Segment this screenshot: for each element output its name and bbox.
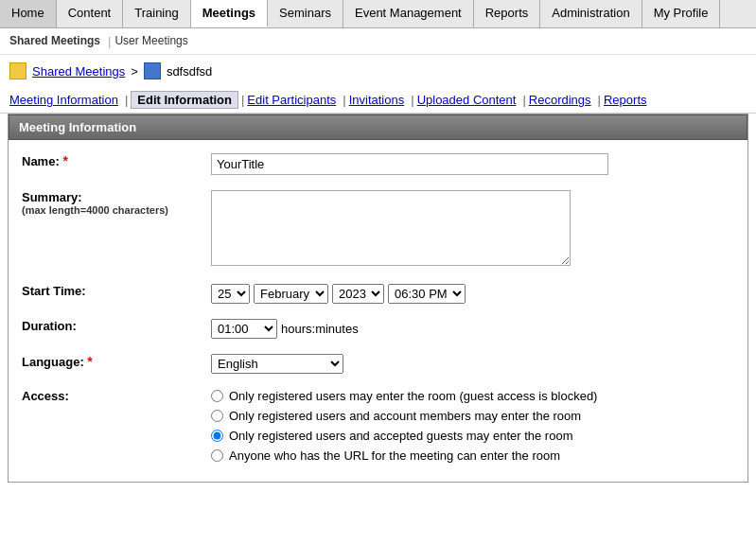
name-required: * [62, 153, 67, 168]
access-label-cell: Access: [12, 381, 202, 476]
name-label-cell: Name: * [12, 146, 202, 183]
nav-my-profile[interactable]: My Profile [642, 0, 721, 27]
access-option-3: Only registered users and accepted guest… [211, 429, 734, 443]
subnav-separator: | [108, 34, 111, 48]
access-option-4: Anyone who has the URL for the meeting c… [211, 448, 734, 463]
language-input-cell: English [202, 346, 744, 381]
nav-content[interactable]: Content [57, 0, 124, 27]
folder-icon [9, 62, 26, 79]
access-radio-4[interactable] [211, 449, 223, 462]
summary-label: Summary: [22, 190, 192, 204]
access-row: Access: Only registered users may enter … [12, 381, 744, 476]
language-select[interactable]: English [211, 354, 343, 374]
time-row: 25 February 2023 06:30 PM [211, 284, 734, 304]
meeting-information-section: Meeting Information Name: * Summa [8, 114, 748, 483]
access-label-2: Only registered users and account member… [229, 409, 581, 423]
duration-row-inner: 01:00 hours:minutes [211, 319, 734, 339]
name-input[interactable] [211, 153, 608, 175]
duration-select[interactable]: 01:00 [211, 319, 277, 339]
breadcrumb: Shared Meetings > sdfsdfsd [0, 55, 756, 87]
nav-administration[interactable]: Administration [540, 0, 642, 27]
access-radio-1[interactable] [211, 390, 223, 402]
summary-input-cell [202, 183, 744, 276]
summary-label-cell: Summary: (max length=4000 characters) [12, 183, 202, 276]
nav-training[interactable]: Training [123, 0, 190, 27]
tab-reports[interactable]: Reports [604, 93, 647, 107]
section-header: Meeting Information [9, 114, 747, 140]
language-label-cell: Language: * [12, 346, 202, 381]
tab-meeting-information[interactable]: Meeting Information [9, 93, 118, 107]
start-time-input-cell: 25 February 2023 06:30 PM [202, 276, 744, 311]
nav-home[interactable]: Home [0, 0, 57, 27]
breadcrumb-arrow: > [131, 64, 138, 79]
duration-row: Duration: 01:00 hours:minutes [12, 311, 744, 346]
sub-navigation: Shared Meetings | User Meetings [0, 28, 756, 55]
subnav-user-meetings[interactable]: User Meetings [114, 34, 187, 48]
nav-event-management[interactable]: Event Management [343, 0, 474, 27]
top-navigation: Home Content Training Meetings Seminars … [0, 0, 756, 28]
nav-reports[interactable]: Reports [474, 0, 541, 27]
access-option-1: Only registered users may enter the room… [211, 389, 734, 403]
tab-recordings[interactable]: Recordings [529, 93, 591, 107]
time-select[interactable]: 06:30 PM [388, 284, 466, 304]
form-body: Name: * Summary: (max length=4000 charac… [9, 140, 747, 482]
start-time-label: Start Time: [22, 284, 86, 298]
duration-suffix: hours:minutes [281, 322, 359, 336]
access-option-2: Only registered users and account member… [211, 409, 734, 423]
tab-edit-information[interactable]: Edit Information [131, 91, 238, 109]
summary-sublabel: (max length=4000 characters) [22, 204, 192, 216]
tab-uploaded-content[interactable]: Uploaded Content [417, 93, 517, 107]
subnav-shared-meetings[interactable]: Shared Meetings [9, 34, 100, 48]
page-icon [144, 62, 161, 79]
name-row: Name: * [12, 146, 744, 183]
tab-edit-participants[interactable]: Edit Participants [247, 93, 336, 107]
access-options-cell: Only registered users may enter the room… [202, 381, 744, 476]
duration-input-cell: 01:00 hours:minutes [202, 311, 744, 346]
summary-input[interactable] [211, 190, 571, 266]
access-radio-3[interactable] [211, 430, 223, 442]
start-time-label-cell: Start Time: [12, 276, 202, 311]
access-label-3: Only registered users and accepted guest… [229, 429, 572, 443]
tab-invitations[interactable]: Invitations [349, 93, 405, 107]
access-radio-2[interactable] [211, 410, 223, 422]
tab-bar: Meeting Information | Edit Information |… [0, 87, 756, 114]
year-select[interactable]: 2023 [332, 284, 384, 304]
section-title: Meeting Information [19, 120, 136, 134]
day-select[interactable]: 25 [211, 284, 250, 304]
language-label: Language: [22, 355, 84, 369]
duration-label: Duration: [22, 319, 77, 333]
name-label: Name: [22, 154, 60, 168]
name-input-cell [202, 146, 744, 183]
breadcrumb-current: sdfsdfsd [167, 64, 212, 79]
start-time-row: Start Time: 25 February 2023 [12, 276, 744, 311]
access-label-4: Anyone who has the URL for the meeting c… [229, 448, 560, 463]
access-label: Access: [22, 389, 69, 403]
duration-label-cell: Duration: [12, 311, 202, 346]
nav-seminars[interactable]: Seminars [268, 0, 343, 27]
form-table: Name: * Summary: (max length=4000 charac… [12, 146, 744, 476]
month-select[interactable]: February [254, 284, 328, 304]
summary-row: Summary: (max length=4000 characters) [12, 183, 744, 276]
access-label-1: Only registered users may enter the room… [229, 389, 597, 403]
language-required: * [87, 354, 92, 369]
nav-meetings[interactable]: Meetings [191, 0, 268, 27]
breadcrumb-link[interactable]: Shared Meetings [32, 64, 125, 79]
language-row: Language: * English [12, 346, 744, 381]
